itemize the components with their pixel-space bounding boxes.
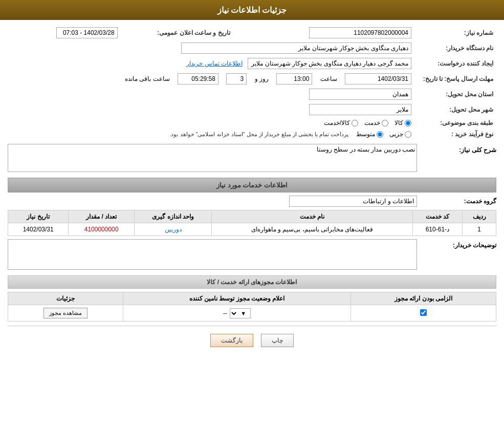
noe-farayand-label: نوع فرآیند خرید : <box>414 129 496 140</box>
row-ijad: ایجاد کننده درخواست: اطلاعات تماس خریدار <box>8 56 496 71</box>
ijad-label: ایجاد کننده درخواست: <box>414 56 496 71</box>
radio-motevaset[interactable]: متوسط <box>356 131 383 138</box>
time-section: ساعت روز و ساعت باقی مانده <box>11 73 411 84</box>
tasnif-value: کالا خدمت کالا/خدمت <box>8 117 414 129</box>
mojavez-section-header: اطلاعات مجوزهای ارائه خدمت / کالا <box>8 275 496 289</box>
col-vahed: واحد اندازه گیری <box>134 210 211 223</box>
services-table-header: ردیف کد خدمت نام خدمت واحد اندازه گیری ت… <box>8 210 496 223</box>
page-wrapper: جزئیات اطلاعات نیاز شماره نیاز: تاریخ و … <box>0 0 504 448</box>
radio-khedmat[interactable]: خدمت <box>364 119 388 126</box>
print-button[interactable]: چاپ <box>261 334 294 347</box>
radio-jozi-input[interactable] <box>405 131 411 138</box>
ijad-input[interactable] <box>248 58 411 69</box>
grohe-khedmat-value <box>289 196 417 207</box>
mohlat-remaining-input[interactable] <box>178 73 218 84</box>
permission-header-row: الزامی بودن ارائه مجوز اعلام وضعیت مجوز … <box>8 292 496 305</box>
col-joziyat: جزئیات <box>8 292 123 305</box>
back-button[interactable]: بازگشت <box>210 334 253 347</box>
radio-kala-khedmat-input[interactable] <box>352 120 358 126</box>
divider <box>8 326 496 326</box>
sharh-kolli-textarea[interactable]: نصب دوربین مدار بسته در سطح روستا <box>8 144 417 172</box>
tarikh-input[interactable] <box>56 27 118 38</box>
col-tarikh: تاریخ نیاز <box>8 210 69 223</box>
radio-kala-label: کالا <box>395 119 403 126</box>
ijad-value: اطلاعات تماس خریدار <box>8 56 414 71</box>
radio-khedmat-input[interactable] <box>382 120 388 126</box>
shomare-niaz-value <box>233 25 414 40</box>
table-row: 1 د-61-610 فعالیت‌های مخابراتی باسیم، بی… <box>8 223 496 236</box>
mohlat-value: ساعت روز و ساعت باقی مانده <box>8 71 414 87</box>
sharh-kolli-label: شرح کلی نیاز: <box>417 144 496 154</box>
shahr-label: شهر محل تحویل: <box>414 102 496 117</box>
cell-joziyat: مشاهده مجوز <box>8 305 123 322</box>
nam-dastgah-input[interactable] <box>181 42 411 54</box>
tozihat-textarea[interactable] <box>8 239 417 270</box>
radio-kala[interactable]: کالا <box>395 119 411 126</box>
cell-name: فعالیت‌های مخابراتی باسیم، بی‌سیم و ماهو… <box>212 223 412 236</box>
tamaas-link[interactable]: اطلاعات تماس خریدار <box>186 60 243 67</box>
tozihat-label: توضیحات خریدار: <box>417 239 496 249</box>
ealam-select[interactable]: ▼ <box>230 308 251 318</box>
grohe-khedmat-input[interactable] <box>289 196 417 207</box>
radio-jozi[interactable]: جزیی <box>389 131 411 138</box>
services-table-body: 1 د-61-610 فعالیت‌های مخابراتی باسیم، بی… <box>8 223 496 236</box>
khadamat-section-header: اطلاعات خدمات مورد نیاز <box>8 178 496 193</box>
col-radif: ردیف <box>463 210 496 223</box>
ostan-label: استان محل تحویل: <box>414 87 496 102</box>
cell-tarikh: 1402/03/31 <box>8 223 69 236</box>
view-mojavez-button[interactable]: مشاهده مجوز <box>43 308 87 318</box>
col-tedad: تعداد / مقدار <box>69 210 135 223</box>
shomare-niaz-label: شماره نیاز: <box>414 25 496 40</box>
page-title: جزئیات اطلاعات نیاز <box>217 6 287 14</box>
saat-label: ساعت <box>320 75 337 82</box>
shahr-input[interactable] <box>309 104 411 115</box>
sharh-kolli-row: شرح کلی نیاز: نصب دوربین مدار بسته در سط… <box>8 144 496 174</box>
tozihat-container <box>8 239 417 271</box>
col-elzami: الزامی بودن ارائه مجوز <box>351 292 496 305</box>
tarikh-value <box>8 25 121 40</box>
ealam-container: ▼ -- <box>127 308 346 318</box>
cell-code: د-61-610 <box>412 223 462 236</box>
mohlat-date-input[interactable] <box>345 73 411 84</box>
nam-dastgah-value <box>8 40 414 56</box>
page-header: جزئیات اطلاعات نیاز <box>0 0 504 20</box>
roz-label: روز و <box>255 75 269 82</box>
col-name: نام خدمت <box>212 210 412 223</box>
tasnif-radio-group: کالا خدمت کالا/خدمت <box>11 119 411 126</box>
elzami-checkbox[interactable] <box>420 309 427 316</box>
sharh-kolli-container: نصب دوربین مدار بسته در سطح روستا <box>8 144 417 174</box>
permission-table-body: ▼ -- مشاهده مجوز <box>8 305 496 322</box>
ealam-value: -- <box>223 310 227 317</box>
col-ealam: اعلام وضعیت مجوز توسط نامین کننده <box>123 292 351 305</box>
mohlat-saat-input[interactable] <box>276 73 312 84</box>
mohlat-roz-input[interactable] <box>226 73 247 84</box>
cell-elzami <box>351 305 496 322</box>
grohe-khedmat-row: گروه خدمت: <box>8 196 496 207</box>
cell-vahed: دوربین <box>134 223 211 236</box>
permission-row: ▼ -- مشاهده مجوز <box>8 305 496 322</box>
footer-buttons: چاپ بازگشت <box>8 334 496 347</box>
noe-farayand-radio-group: جزیی متوسط <box>356 131 411 138</box>
tarikh-label: تاریخ و ساعت اعلان عمومی: <box>121 25 233 40</box>
radio-motevaset-input[interactable] <box>377 131 383 138</box>
noe-farayand-row: جزیی متوسط پرداخت تمام یا بخشی از مبلغ خ… <box>11 131 411 138</box>
radio-kala-input[interactable] <box>405 120 411 126</box>
row-noe-farayand: نوع فرآیند خرید : جزیی متوسط <box>8 129 496 140</box>
radio-motevaset-label: متوسط <box>356 131 375 138</box>
shomare-niaz-input[interactable] <box>309 27 411 38</box>
radio-khedmat-label: خدمت <box>364 119 380 126</box>
row-shomare: شماره نیاز: تاریخ و ساعت اعلان عمومی: <box>8 25 496 40</box>
permission-table-header: الزامی بودن ارائه مجوز اعلام وضعیت مجوز … <box>8 292 496 305</box>
col-code: کد خدمت <box>412 210 462 223</box>
row-ostan: استان محل تحویل: <box>8 87 496 102</box>
row-shahr: شهر محل تحویل: <box>8 102 496 117</box>
tozihat-row: توضیحات خریدار: <box>8 239 496 271</box>
radio-kala-khedmat-label: کالا/خدمت <box>324 119 350 126</box>
permission-table: الزامی بودن ارائه مجوز اعلام وضعیت مجوز … <box>8 292 496 322</box>
ostan-input[interactable] <box>309 89 411 100</box>
radio-jozi-label: جزیی <box>389 131 403 138</box>
cell-ealam: ▼ -- <box>123 305 351 322</box>
remaining-label: ساعت باقی مانده <box>125 75 170 82</box>
services-header-row: ردیف کد خدمت نام خدمت واحد اندازه گیری ت… <box>8 210 496 223</box>
radio-kala-khedmat[interactable]: کالا/خدمت <box>324 119 358 126</box>
